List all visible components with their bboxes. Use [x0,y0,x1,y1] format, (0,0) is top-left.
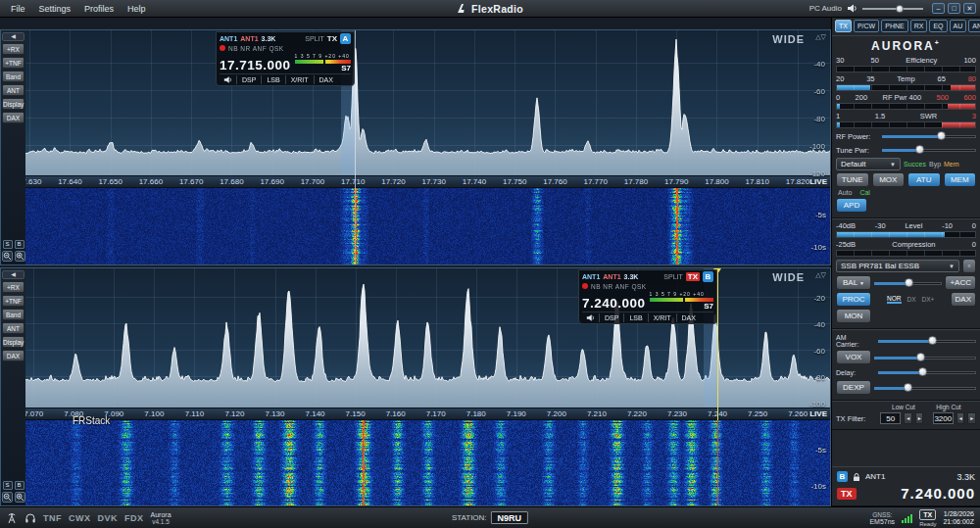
dvk-toggle[interactable]: DVK [98,513,119,523]
antenna-icon[interactable] [6,512,18,524]
dsp-flag-button[interactable]: DSP [236,75,261,84]
split-button[interactable]: SPLIT [663,273,682,280]
menu-help[interactable]: Help [121,2,153,16]
proc-mode-dxplus[interactable]: DX+ [922,296,935,303]
profile-save-button[interactable]: ▫ [962,259,976,273]
acc-button[interactable]: +ACC [945,275,976,290]
slice-letter-badge[interactable]: A [340,33,351,44]
add-rx-button[interactable]: +RX [2,43,24,55]
mode-flag-button[interactable]: LSB [261,75,284,84]
collapse-button[interactable]: ◀ [2,32,24,41]
mem-button[interactable]: MEM [944,172,977,187]
proc-mode-nor[interactable]: NOR [887,295,901,304]
waterfall-toggle-button[interactable]: B [15,240,24,249]
tx-indicator[interactable]: TX [686,272,700,281]
spectrum-toggle-button[interactable]: S [3,481,13,490]
close-button[interactable]: ✕ [963,3,976,14]
cwx-toggle[interactable]: CWX [69,513,91,523]
slider-knob[interactable] [896,5,904,13]
fdx-toggle[interactable]: FDX [124,513,144,523]
slice-flag-b[interactable]: ANT1 ANT1 3.3K SPLIT TX B NB NR ANF QSK [578,269,717,324]
minimize-button[interactable]: – [932,3,945,14]
mic-profile-select[interactable]: SSB PR781 Bal ESSB ▼ [836,260,959,272]
zoom-out-icon[interactable] [2,251,13,262]
dsp-flag-button[interactable]: DSP [599,313,623,322]
menu-profiles[interactable]: Profiles [77,2,121,16]
atu-cal-label[interactable]: Cal [859,189,870,196]
tab-rx[interactable]: RX [910,20,928,32]
dax-button[interactable]: DAX [2,350,24,361]
display-button[interactable]: Display [2,336,24,348]
audio-mute-icon[interactable] [220,75,236,84]
tab-anlg[interactable]: ANLG [968,20,980,32]
tx-antenna-badge[interactable]: ANT1 [603,273,620,280]
vox-button[interactable]: VOX [836,350,871,364]
lock-icon[interactable] [852,472,861,482]
xrit-flag-button[interactable]: X/RIT [648,313,676,322]
add-rx-button[interactable]: +RX [2,281,24,293]
mox-button[interactable]: MOX [872,172,906,187]
tune-power-slider[interactable] [882,144,976,156]
split-button[interactable]: SPLIT [305,35,323,42]
frequency-scale[interactable]: LIVE 17.63017.64017.65017.66017.67017.68… [25,175,830,188]
mode-flag-button[interactable]: LSB [623,313,647,322]
slice-flag-a[interactable]: ANT1 ANT1 3.3K SPLIT TX A NB NR ANF QSK [216,31,355,86]
high-increment-button[interactable]: ► [967,412,975,424]
filter-width-badge[interactable]: 3.3K [262,35,276,42]
slice-letter-badge[interactable]: B [703,271,713,282]
ant-button[interactable]: ANT [2,84,24,96]
zoom-in-icon[interactable] [15,251,25,262]
tx-filter-high-value[interactable]: 3200 [933,412,954,424]
tab-tx[interactable]: TX [835,20,852,32]
vertical-zoom-arrows[interactable]: △▽ [815,33,826,41]
audio-mute-icon[interactable] [582,313,599,322]
filter-width-badge[interactable]: 3.3K [624,273,639,280]
headset-icon[interactable] [24,512,36,524]
band-button[interactable]: Band [2,309,24,320]
spectrum-display[interactable] [25,30,830,175]
tx-antenna-badge[interactable]: ANT1 [240,35,258,42]
waterfall-display[interactable] [25,420,830,505]
tnf-toggle[interactable]: TNF [43,513,62,523]
waterfall-toggle-button[interactable]: B [15,481,24,490]
tab-eq[interactable]: EQ [929,20,947,32]
maximize-button[interactable]: □ [948,3,960,14]
low-increment-button[interactable]: ► [915,412,923,424]
tuner-status-memory[interactable]: Mem [944,161,959,168]
tab-phne[interactable]: PHNE [881,20,907,32]
proc-mode-dx[interactable]: DX [907,296,916,303]
bal-slider[interactable] [874,277,942,289]
proc-button[interactable]: PROC [836,292,871,307]
add-tnf-button[interactable]: +TNF [2,57,24,69]
vertical-zoom-arrows[interactable]: △▽ [815,271,826,279]
tuning-cursor[interactable] [717,268,718,420]
vox-slider[interactable] [874,352,976,363]
dexp-slider[interactable] [874,382,976,394]
tab-pcw[interactable]: P/CW [854,20,879,32]
frequency-scale[interactable]: LIVE 7.0707.0807.0907.1007.1107.1207.130… [25,408,830,420]
tune-button[interactable]: TUNE [836,172,869,187]
tuner-profile-select[interactable]: Default ▼ [836,158,901,170]
dexp-button[interactable]: DEXP [836,380,871,395]
tx-filter-low-value[interactable]: 50 [880,412,901,424]
dax-flag-button[interactable]: DAX [314,75,338,84]
tx-indicator[interactable]: TX [327,34,337,43]
slice-frequency[interactable]: 17.715.000 [220,58,291,72]
high-decrement-button[interactable]: ◄ [956,412,964,424]
rf-power-slider[interactable] [882,130,976,142]
low-decrement-button[interactable]: ◄ [904,412,911,424]
am-carrier-slider[interactable] [878,335,976,347]
bal-button[interactable]: BAL ▼ [836,275,871,290]
tuning-cursor[interactable] [355,30,356,188]
dax-flag-button[interactable]: DAX [676,313,701,322]
zoom-out-icon[interactable] [2,492,13,503]
add-tnf-button[interactable]: +TNF [2,295,24,307]
xrit-flag-button[interactable]: X/RIT [285,75,314,84]
zoom-in-icon[interactable] [15,492,25,503]
rx-antenna-badge[interactable]: ANT1 [220,35,237,42]
dax-button[interactable]: DAX [2,112,24,123]
band-button[interactable]: Band [2,71,24,82]
tab-au[interactable]: AU [950,20,967,32]
delay-slider[interactable] [878,366,976,378]
station-name[interactable]: N9RU [491,511,529,524]
